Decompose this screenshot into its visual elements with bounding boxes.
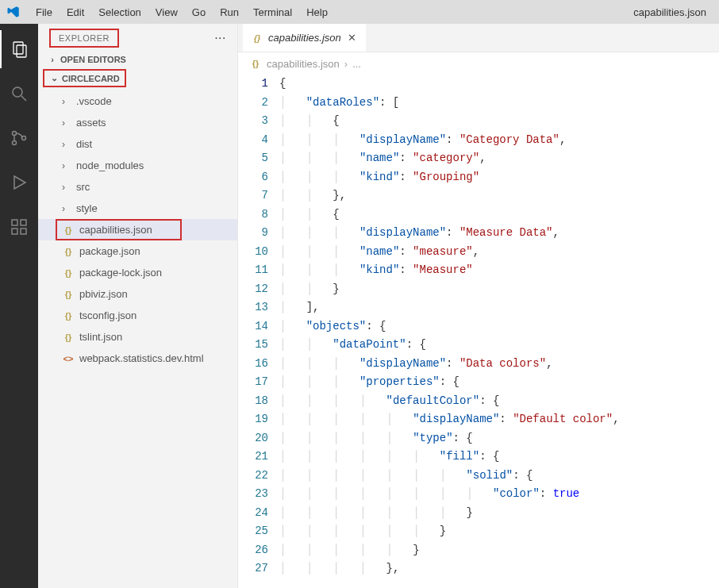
vscode-logo-icon xyxy=(6,5,21,19)
file-package-lock-json[interactable]: {}package-lock.json xyxy=(38,262,237,283)
search-icon[interactable] xyxy=(0,75,38,113)
json-icon: {} xyxy=(251,32,263,44)
file-tree: ›.vscode›assets›dist›node_modules›src›st… xyxy=(38,90,237,588)
html-icon: <> xyxy=(62,352,75,365)
json-icon: {} xyxy=(62,288,75,301)
breadcrumb-ellipsis: ... xyxy=(352,58,361,70)
svg-rect-10 xyxy=(21,220,26,225)
json-icon: {} xyxy=(249,57,262,70)
folder-src[interactable]: ›src xyxy=(38,176,237,198)
open-editors-section[interactable]: › OPEN EDITORS xyxy=(38,52,237,67)
svg-point-4 xyxy=(13,132,17,136)
breadcrumb-file: capabilities.json xyxy=(267,58,340,70)
json-icon: {} xyxy=(62,245,75,258)
run-debug-icon[interactable] xyxy=(0,163,38,202)
menu-selection[interactable]: Selection xyxy=(91,3,148,21)
explorer-sidebar: EXPLORER ··· › OPEN EDITORS ⌄ CIRCLECARD… xyxy=(38,24,238,588)
file-label: package.json xyxy=(79,245,140,257)
code-content[interactable]: {│ "dataRoles": [│ │ {│ │ │ "displayName… xyxy=(279,75,719,588)
chevron-right-icon: › xyxy=(62,139,71,150)
folder-label: src xyxy=(76,181,90,193)
chevron-right-icon: › xyxy=(62,96,71,107)
breadcrumb[interactable]: {} capabilities.json › ... xyxy=(238,52,719,75)
explorer-icon[interactable] xyxy=(0,30,38,68)
menubar: FileEditSelectionViewGoRunTerminalHelp c… xyxy=(0,0,719,24)
menu-view[interactable]: View xyxy=(148,3,185,21)
svg-rect-8 xyxy=(12,229,17,234)
json-icon: {} xyxy=(62,309,75,322)
folder-node-modules[interactable]: ›node_modules xyxy=(38,155,237,176)
project-section[interactable]: ⌄ CIRCLECARD xyxy=(43,69,126,87)
more-actions-icon[interactable]: ··· xyxy=(214,31,226,45)
folder-assets[interactable]: ›assets xyxy=(38,112,237,133)
svg-point-2 xyxy=(13,87,22,97)
chevron-right-icon: › xyxy=(344,58,348,70)
folder-dist[interactable]: ›dist xyxy=(38,133,237,155)
file-package-json[interactable]: {}package.json xyxy=(38,240,237,262)
file-label: capabilities.json xyxy=(79,224,152,236)
svg-rect-1 xyxy=(17,45,26,57)
code-editor[interactable]: 1234567891011121314151617181920212223242… xyxy=(238,75,719,588)
chevron-right-icon: › xyxy=(48,55,57,64)
json-icon: {} xyxy=(62,224,75,236)
menu-help[interactable]: Help xyxy=(299,3,335,21)
source-control-icon[interactable] xyxy=(0,119,38,157)
editor-tabs: {} capabilities.json ✕ xyxy=(238,24,719,52)
file-label: package-lock.json xyxy=(79,267,162,279)
svg-rect-0 xyxy=(13,42,23,54)
open-editors-label: OPEN EDITORS xyxy=(60,55,126,64)
file-label: tsconfig.json xyxy=(79,309,136,321)
explorer-title: EXPLORER xyxy=(49,29,119,48)
activity-bar xyxy=(0,24,38,588)
titlebar-file: capabilities.json xyxy=(633,6,713,18)
file-label: tslint.json xyxy=(79,331,122,343)
line-numbers: 1234567891011121314151617181920212223242… xyxy=(238,75,279,588)
menu-run[interactable]: Run xyxy=(213,3,246,21)
folder-style[interactable]: ›style xyxy=(38,198,237,219)
extensions-icon[interactable] xyxy=(0,208,38,246)
json-icon: {} xyxy=(62,267,75,279)
chevron-right-icon: › xyxy=(62,182,71,193)
file-capabilities-json[interactable]: {}capabilities.json xyxy=(38,219,237,240)
file-pbiviz-json[interactable]: {}pbiviz.json xyxy=(38,283,237,305)
tab-capabilities[interactable]: {} capabilities.json ✕ xyxy=(243,24,366,52)
project-label: CIRCLECARD xyxy=(62,74,120,83)
chevron-right-icon: › xyxy=(62,203,71,214)
svg-line-3 xyxy=(21,96,26,101)
editor-area: {} capabilities.json ✕ {} capabilities.j… xyxy=(238,24,719,588)
sidebar-header: EXPLORER ··· xyxy=(38,24,237,52)
folder-label: .vscode xyxy=(76,95,112,107)
menu-edit[interactable]: Edit xyxy=(60,3,91,21)
menu-go[interactable]: Go xyxy=(185,3,213,21)
close-icon[interactable]: ✕ xyxy=(346,32,358,44)
menu-file[interactable]: File xyxy=(29,3,60,21)
chevron-right-icon: › xyxy=(62,117,71,129)
file-label: pbiviz.json xyxy=(79,288,128,300)
file-webpack-statistics-dev-html[interactable]: <>webpack.statistics.dev.html xyxy=(38,348,237,369)
menu-terminal[interactable]: Terminal xyxy=(246,3,299,21)
folder--vscode[interactable]: ›.vscode xyxy=(38,90,237,112)
file-label: webpack.statistics.dev.html xyxy=(79,352,204,364)
chevron-right-icon: › xyxy=(62,160,71,171)
file-tsconfig-json[interactable]: {}tsconfig.json xyxy=(38,305,237,326)
folder-label: style xyxy=(76,202,98,214)
folder-label: node_modules xyxy=(76,159,144,171)
file-tslint-json[interactable]: {}tslint.json xyxy=(38,326,237,348)
svg-point-5 xyxy=(13,141,17,145)
folder-label: assets xyxy=(76,117,106,129)
chevron-down-icon: ⌄ xyxy=(49,73,59,83)
svg-rect-9 xyxy=(21,229,26,234)
json-icon: {} xyxy=(62,331,75,344)
folder-label: dist xyxy=(76,138,92,150)
tab-label: capabilities.json xyxy=(268,32,341,44)
svg-rect-7 xyxy=(12,220,17,225)
